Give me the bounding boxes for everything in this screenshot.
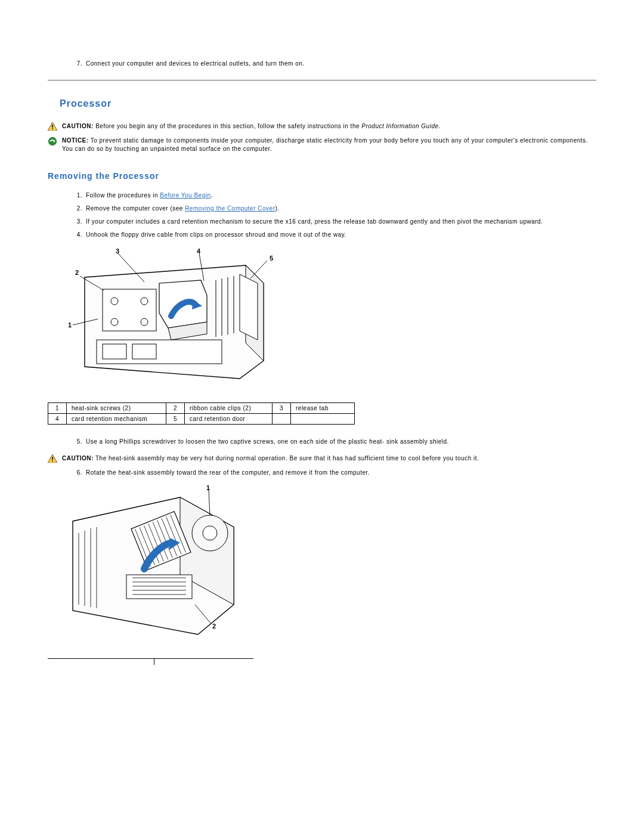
caution-text: CAUTION: Before you begin any of the pro… [62,122,596,131]
step-number: 3. [72,218,82,226]
svg-point-41 [203,526,217,540]
step-item: 7. Connect your computer and devices to … [72,60,596,68]
svg-line-22 [250,261,267,278]
svg-rect-1 [52,125,53,128]
callout-1: 1 [206,485,210,491]
step-text: Connect your computer and devices to ele… [86,60,596,68]
caution-alert: CAUTION: The heat-sink assembly may be v… [48,454,596,463]
legend-num: 4 [48,414,67,425]
legend-text: card retention mechanism [67,414,166,425]
legend-text: card retention door [185,414,273,425]
step-list-pre: 7. Connect your computer and devices to … [72,60,596,68]
notice-icon [48,137,57,146]
svg-rect-43 [126,575,192,599]
step-number: 2. [72,205,82,213]
figure-legend-table-partial [48,658,253,659]
legend-num: 2 [166,403,185,414]
legend-text [291,414,355,425]
document-page: 7. Connect your computer and devices to … [0,0,644,695]
legend-num: 3 [273,403,291,414]
section-heading: Processor [60,98,596,109]
svg-rect-17 [132,344,156,359]
step-text: Unhook the floppy drive cable from clips… [86,231,596,239]
subsection-heading: Removing the Processor [48,171,596,181]
legend-text: heat-sink screws (2) [67,403,166,414]
legend-num [273,414,291,425]
figure-processor-shroud: 1 2 3 4 5 [61,247,596,385]
callout-1: 1 [68,321,72,329]
section-divider [48,80,596,80]
step-number: 1. [72,191,82,200]
caution-icon [48,122,57,131]
step-item: 2. Remove the computer cover (see Removi… [72,205,596,213]
step-list: 1. Follow the procedures in Before You B… [72,191,596,239]
step-text: If your computer includes a card retenti… [86,218,596,226]
svg-rect-2 [52,128,53,129]
legend-text: ribbon cable clips (2) [185,403,273,414]
step-item: 3. If your computer includes a card rete… [72,218,596,226]
step-text: Use a long Phillips screwdriver to loose… [86,438,596,446]
table-row: 1 heat-sink screws (2) 2 ribbon cable cl… [48,403,355,414]
link-removing-cover[interactable]: Removing the Computer Cover [185,205,275,212]
legend-text: release tab [291,403,355,414]
link-before-you-begin[interactable]: Before You Begin [160,192,210,199]
step-number: 5. [72,438,82,446]
notice-alert: NOTICE: To prevent static damage to comp… [48,137,596,153]
step-list: 5. Use a long Phillips screwdriver to lo… [72,438,596,446]
step-list: 6. Rotate the heat-sink assembly toward … [72,469,596,477]
table-row: 4 card retention mechanism 5 card retent… [48,414,355,425]
step-text: Follow the procedures in Before You Begi… [86,191,596,200]
callout-2: 2 [212,623,216,630]
legend-num: 5 [166,414,185,425]
svg-point-3 [48,137,57,145]
callout-3: 3 [116,247,120,255]
caution-icon [48,454,57,463]
step-item: 6. Rotate the heat-sink assembly toward … [72,469,596,477]
step-number: 4. [72,231,82,239]
step-number: 7. [72,60,82,68]
callout-5: 5 [270,255,274,262]
svg-rect-16 [103,344,126,359]
step-number: 6. [72,469,82,477]
step-text: Remove the computer cover (see Removing … [86,205,596,213]
caution-text: CAUTION: The heat-sink assembly may be v… [62,454,596,463]
caution-alert: CAUTION: Before you begin any of the pro… [48,122,596,131]
svg-rect-5 [103,289,156,331]
figure-heatsink-rotate: 1 2 [61,485,596,640]
notice-text: NOTICE: To prevent static damage to comp… [62,137,596,153]
step-item: 1. Follow the procedures in Before You B… [72,191,596,200]
callout-4: 4 [197,247,201,255]
svg-rect-24 [52,457,53,460]
callout-2: 2 [75,269,79,276]
step-text: Rotate the heat-sink assembly toward the… [86,469,596,477]
svg-rect-25 [52,460,53,462]
step-item: 5. Use a long Phillips screwdriver to lo… [72,438,596,446]
svg-line-49 [209,490,210,515]
figure-legend-table: 1 heat-sink screws (2) 2 ribbon cable cl… [48,402,355,425]
legend-num: 1 [48,403,67,414]
step-item: 4. Unhook the floppy drive cable from cl… [72,231,596,239]
